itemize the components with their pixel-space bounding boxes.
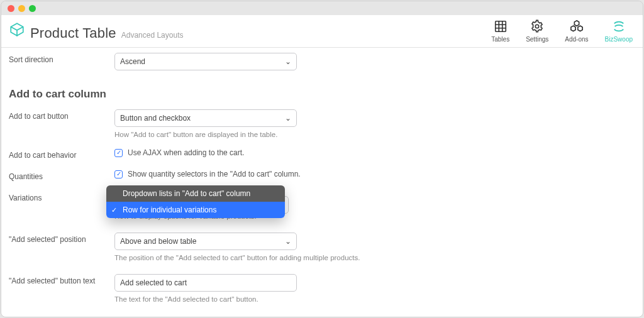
nav-tables-label: Tables	[491, 36, 509, 43]
maximize-window-button[interactable]	[29, 5, 36, 12]
add-to-cart-button-label: Add to cart button	[9, 109, 111, 121]
quantities-checkbox-label: Show quantity selectors in the "Add to c…	[128, 170, 301, 178]
nav-settings-label: Settings	[526, 36, 548, 43]
sort-direction-label: Sort direction	[9, 53, 111, 64]
variations-option-row[interactable]: Row for individual variations	[106, 202, 285, 218]
quantities-label: Quantities	[9, 170, 111, 181]
nav-settings[interactable]: Settings	[526, 19, 548, 43]
add-selected-text-value: Add selected to cart	[120, 278, 187, 287]
product-table-box-icon	[9, 21, 25, 38]
title-bar	[1, 1, 643, 15]
add-to-cart-button-value: Button and checkbox	[120, 114, 191, 123]
nav-bizswoop-label: BizSwoop	[605, 36, 633, 43]
add-selected-position-value: Above and below table	[120, 237, 196, 246]
add-to-cart-behavior-label: Add to cart behavior	[9, 148, 111, 160]
nav-addons-label: Add-ons	[565, 36, 588, 43]
chevron-down-icon: ⌄	[285, 237, 291, 246]
add-to-cart-button-select[interactable]: Button and checkbox ⌄	[114, 109, 297, 127]
add-selected-text-input[interactable]: Add selected to cart	[114, 274, 297, 292]
section-title: Add to cart column	[9, 88, 635, 101]
settings-panel: Sort direction Ascend ⌄ Add to cart colu…	[1, 48, 643, 317]
svg-point-1	[535, 25, 539, 28]
ajax-checkbox-label: Use AJAX when adding to the cart.	[128, 148, 244, 157]
quantities-checkbox[interactable]: ✓	[114, 170, 123, 178]
chevron-down-icon: ⌄	[285, 114, 291, 123]
variations-option-dropdown[interactable]: Dropdown lists in "Add to cart" column	[106, 185, 285, 202]
app-title: Product Table	[30, 25, 116, 41]
add-selected-position-help: The position of the "Add selected to car…	[114, 254, 635, 261]
nav-addons[interactable]: Add-ons	[565, 19, 588, 43]
add-selected-position-select[interactable]: Above and below table ⌄	[114, 233, 297, 250]
chevron-down-icon: ⌄	[285, 57, 291, 66]
variations-dropdown-popup: Dropdown lists in "Add to cart" column R…	[106, 185, 285, 218]
minimize-window-button[interactable]	[18, 5, 25, 12]
add-to-cart-button-help: How "Add to cart" button are displayed i…	[114, 131, 635, 138]
grid-icon	[494, 19, 508, 35]
nav-tables[interactable]: Tables	[491, 19, 509, 43]
gear-icon	[530, 19, 544, 35]
svg-rect-0	[495, 21, 506, 32]
sort-direction-value: Ascend	[120, 57, 145, 66]
add-selected-position-label: "Add selected" position	[9, 233, 111, 244]
app-window: Product Table Advanced Layouts Tables	[1, 1, 643, 317]
close-window-button[interactable]	[8, 5, 14, 12]
blocks-icon	[570, 19, 584, 35]
nav-bizswoop[interactable]: BizSwoop	[605, 19, 633, 43]
add-selected-text-label: "Add selected" button text	[9, 274, 111, 285]
swoop-icon	[612, 19, 626, 35]
variations-label: Variations	[9, 191, 111, 202]
ajax-checkbox[interactable]: ✓	[114, 149, 123, 157]
sort-direction-select[interactable]: Ascend ⌄	[114, 53, 297, 70]
add-selected-text-help: The text for the "Add selected to cart" …	[114, 295, 635, 303]
app-header: Product Table Advanced Layouts Tables	[1, 15, 643, 48]
app-subtitle: Advanced Layouts	[121, 31, 184, 40]
